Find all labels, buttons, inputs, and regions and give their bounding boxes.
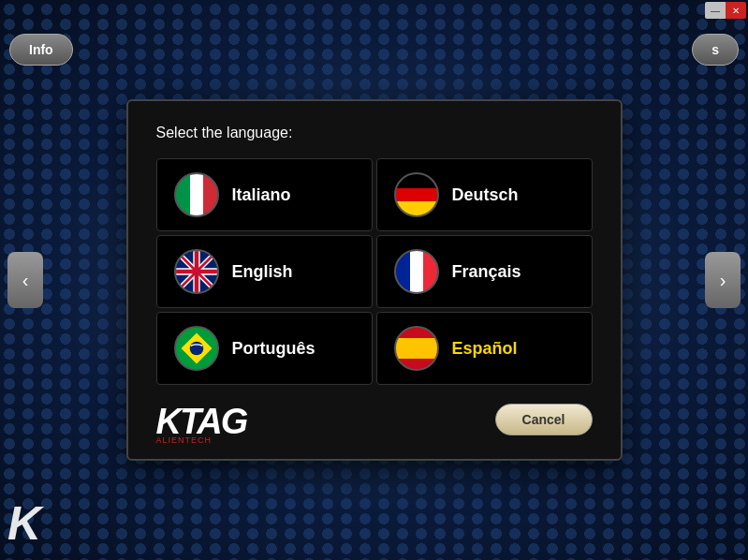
ktag-logo: KTAG ALIENTECH (156, 404, 247, 445)
lang-spanish-button[interactable]: Español (376, 312, 593, 385)
lang-portuguese-label: Português (232, 339, 315, 359)
flag-de (394, 172, 439, 217)
flag-pt (174, 326, 219, 371)
modal-title: Select the language: (156, 125, 593, 141)
modal-footer: KTAG ALIENTECH Cancel (156, 404, 593, 435)
lang-deutsch-button[interactable]: Deutsch (376, 158, 593, 231)
lang-spanish-label: Español (452, 339, 518, 359)
lang-english-button[interactable]: English (156, 235, 373, 308)
app-background: — ✕ Info s ‹ › K Select the language: It… (0, 0, 748, 560)
brazil-flag-svg (176, 326, 217, 371)
uk-flag-svg (176, 249, 217, 294)
lang-deutsch-label: Deutsch (452, 185, 519, 205)
svg-point-11 (189, 342, 203, 356)
ktag-brand: KTAG (156, 404, 247, 439)
language-grid: Italiano Deutsch (156, 158, 593, 385)
flag-en (174, 249, 219, 294)
flag-fr (394, 249, 439, 294)
svg-rect-13 (396, 338, 437, 359)
lang-italiano-button[interactable]: Italiano (156, 158, 373, 231)
modal-overlay: Select the language: Italiano Deutsch (0, 0, 748, 560)
lang-portuguese-button[interactable]: Português (156, 312, 373, 385)
flag-es (394, 326, 439, 371)
language-dialog: Select the language: Italiano Deutsch (126, 99, 623, 461)
lang-english-label: English (232, 262, 293, 282)
cancel-button[interactable]: Cancel (495, 404, 593, 435)
lang-french-button[interactable]: Français (376, 235, 593, 308)
spain-flag-svg (396, 326, 437, 371)
flag-it (174, 172, 219, 217)
lang-french-label: Français (452, 262, 521, 282)
lang-italiano-label: Italiano (232, 185, 291, 205)
